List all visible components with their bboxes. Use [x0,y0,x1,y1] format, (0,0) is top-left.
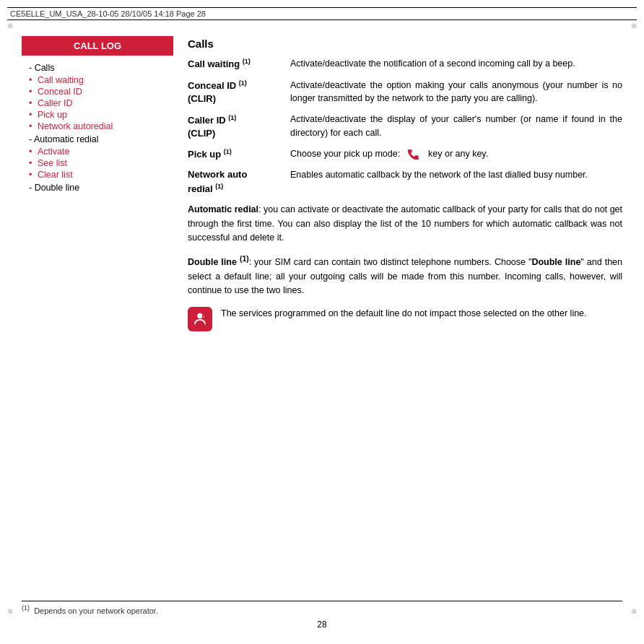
page-number: 28 [22,619,622,630]
corner-mark-tl: ⊕ [7,22,13,30]
sidebar-autoredial-items: Activate See list Clear list [22,147,173,180]
term-desc-conceal-id: Activate/deactivate the option making yo… [290,79,622,106]
sidebar-item-caller-id[interactable]: Caller ID [22,98,173,108]
automatic-redial-body: Automatic redial: you can activate or de… [188,203,622,245]
footnote-text: Depends on your network operator. [34,606,158,615]
corner-mark-tr: ⊕ [631,22,637,30]
term-desc-network-autoredial: Enables automatic callback by the networ… [290,168,622,196]
phone-icon [408,149,421,160]
sidebar-section-calls: - Calls Call waiting Conceal ID Caller I… [22,63,173,131]
content-area: Calls Call waiting (1) Activate/deactiva… [188,36,622,608]
term-desc-pick-up: Choose your pick up mode: key or any key… [290,147,622,162]
corner-mark-bl: ⊕ [7,607,13,615]
sidebar-nav: - Calls Call waiting Conceal ID Caller I… [22,63,173,193]
corner-mark-br: ⊕ [631,607,637,615]
sidebar-section-double-line: - Double line [22,183,173,193]
page-header: CE5ELLE_UM_USA_28-10-05 28/10/05 14:18 P… [7,7,637,20]
sidebar: CALL LOG - Calls Call waiting Conceal ID… [22,36,173,608]
note-icon: ! [188,307,212,331]
sidebar-item-pick-up[interactable]: Pick up [22,110,173,120]
footer-divider [22,601,622,601]
sidebar-item-network-autoredial[interactable]: Network autoredial [22,121,173,131]
term-conceal-id: Conceal ID (1)(CLIR) Activate/deactivate… [188,79,622,106]
note-box: ! The services programmed on the default… [188,307,622,331]
term-label-caller-id: Caller ID (1)(CLIP) [188,113,282,140]
sidebar-doubleline-label: - Double line [22,183,173,193]
content-title: Calls [188,36,622,51]
sidebar-item-conceal-id[interactable]: Conceal ID [22,87,173,97]
note-text: The services programmed on the default l… [221,307,587,321]
term-call-waiting: Call waiting (1) Activate/deactivate the… [188,57,622,71]
term-desc-caller-id: Activate/deactivate the display of your … [290,113,622,140]
sidebar-calls-items: Call waiting Conceal ID Caller ID Pick u… [22,75,173,131]
term-label-pick-up: Pick up (1) [188,147,282,162]
sidebar-item-call-waiting[interactable]: Call waiting [22,75,173,85]
term-network-autoredial: Network autoredial (1) Enables automatic… [188,168,622,196]
term-label-conceal-id: Conceal ID (1)(CLIR) [188,79,282,106]
main-container: CALL LOG - Calls Call waiting Conceal ID… [22,36,622,608]
term-pick-up: Pick up (1) Choose your pick up mode: ke… [188,147,622,162]
info-person-icon: ! [192,311,208,327]
footnote-sup: (1) [22,604,30,612]
term-caller-id: Caller ID (1)(CLIP) Activate/deactivate … [188,113,622,140]
page-footer: (1) Depends on your network operator. 28 [22,598,622,630]
footnote: (1) Depends on your network operator. [22,604,622,615]
term-label-call-waiting: Call waiting (1) [188,57,282,71]
sidebar-calls-label: - Calls [22,63,173,73]
sidebar-item-see-list[interactable]: See list [22,158,173,168]
sidebar-item-activate[interactable]: Activate [22,147,173,157]
svg-point-0 [197,313,202,318]
sidebar-autoredial-label: - Automatic redial [22,134,173,144]
sidebar-title: CALL LOG [22,36,173,56]
term-desc-call-waiting: Activate/deactivate the notification of … [290,57,622,71]
sidebar-section-auto-redial: - Automatic redial Activate See list Cle… [22,134,173,180]
header-text: CE5ELLE_UM_USA_28-10-05 28/10/05 14:18 P… [10,9,206,18]
double-line-body: Double line (1): your SIM card can conta… [188,253,622,297]
sidebar-item-clear-list[interactable]: Clear list [22,170,173,180]
term-label-network-autoredial: Network autoredial (1) [188,168,282,196]
